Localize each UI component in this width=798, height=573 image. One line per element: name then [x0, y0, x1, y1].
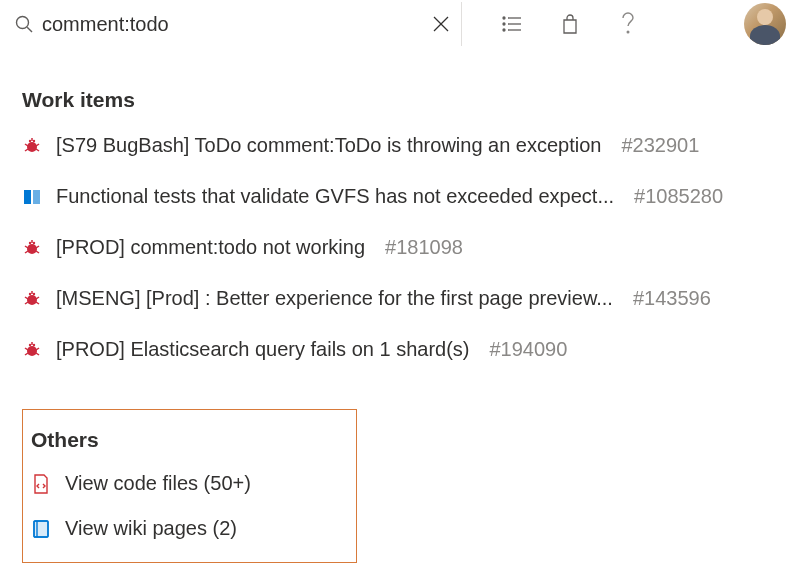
work-item-id: #181098: [385, 236, 463, 259]
work-item-id: #232901: [622, 134, 700, 157]
bug-icon: [22, 238, 42, 258]
svg-line-1: [27, 27, 32, 32]
clear-search-button[interactable]: [421, 4, 461, 44]
svg-line-15: [25, 149, 28, 151]
work-item-row[interactable]: [S79 BugBash] ToDo comment:ToDo is throw…: [22, 134, 776, 157]
svg-point-43: [29, 343, 31, 345]
list-icon[interactable]: [498, 10, 526, 38]
svg-line-32: [36, 297, 39, 299]
work-item-title: [MSENG] [Prod] : Better experience for t…: [56, 287, 613, 310]
others-item-label: View code files (50+): [65, 472, 251, 495]
svg-point-21: [27, 244, 37, 254]
search-results: Work items [S79 BugBash] ToDo comment:To…: [0, 48, 798, 573]
svg-line-34: [36, 302, 39, 304]
others-item-label: View wiki pages (2): [65, 517, 237, 540]
others-list: View code files (50+) View wiki pages (2…: [31, 472, 338, 540]
bug-icon: [22, 289, 42, 309]
svg-point-8: [503, 29, 505, 31]
svg-point-28: [33, 241, 35, 243]
bug-icon: [22, 136, 42, 156]
others-heading: Others: [31, 428, 338, 452]
shopping-bag-icon[interactable]: [556, 10, 584, 38]
svg-line-42: [36, 353, 39, 355]
svg-rect-45: [34, 521, 48, 537]
svg-point-27: [29, 241, 31, 243]
svg-line-39: [25, 348, 28, 350]
search-icon: [12, 12, 36, 36]
svg-line-31: [25, 297, 28, 299]
work-items-list: [S79 BugBash] ToDo comment:ToDo is throw…: [22, 134, 776, 361]
svg-point-18: [33, 139, 35, 141]
work-item-row[interactable]: [PROD] comment:todo not working #181098: [22, 236, 776, 259]
view-wiki-pages-link[interactable]: View wiki pages (2): [31, 517, 338, 540]
work-item-title: [PROD] comment:todo not working: [56, 236, 365, 259]
svg-line-41: [25, 353, 28, 355]
svg-point-6: [503, 23, 505, 25]
svg-line-14: [36, 144, 39, 146]
svg-rect-19: [24, 190, 31, 204]
svg-rect-20: [33, 190, 40, 204]
user-avatar[interactable]: [744, 3, 786, 45]
wiki-icon: [31, 519, 51, 539]
work-item-id: #194090: [490, 338, 568, 361]
svg-point-11: [27, 142, 37, 152]
work-item-title: Functional tests that validate GVFS has …: [56, 185, 614, 208]
toolbar: [498, 10, 642, 38]
svg-line-16: [36, 149, 39, 151]
work-item-title: [S79 BugBash] ToDo comment:ToDo is throw…: [56, 134, 602, 157]
svg-point-37: [27, 346, 37, 356]
svg-line-23: [25, 246, 28, 248]
svg-point-36: [33, 292, 35, 294]
work-item-row[interactable]: Functional tests that validate GVFS has …: [22, 185, 776, 208]
code-file-icon: [31, 474, 51, 494]
work-item-id: #143596: [633, 287, 711, 310]
work-item-row[interactable]: [MSENG] [Prod] : Better experience for t…: [22, 287, 776, 310]
top-bar: [0, 0, 798, 48]
bug-icon: [22, 340, 42, 360]
svg-point-35: [29, 292, 31, 294]
svg-point-10: [627, 31, 629, 33]
help-icon[interactable]: [614, 10, 642, 38]
work-item-row[interactable]: [PROD] Elasticsearch query fails on 1 sh…: [22, 338, 776, 361]
view-code-files-link[interactable]: View code files (50+): [31, 472, 338, 495]
search-box: [4, 2, 462, 46]
work-item-id: #1085280: [634, 185, 723, 208]
search-input[interactable]: [36, 9, 421, 40]
work-items-heading: Work items: [22, 88, 776, 112]
others-section: Others View code files (50+): [22, 409, 357, 563]
svg-line-25: [25, 251, 28, 253]
svg-line-33: [25, 302, 28, 304]
svg-line-24: [36, 246, 39, 248]
work-item-title: [PROD] Elasticsearch query fails on 1 sh…: [56, 338, 470, 361]
svg-line-26: [36, 251, 39, 253]
spec-icon: [22, 187, 42, 207]
svg-point-44: [33, 343, 35, 345]
svg-point-0: [17, 17, 29, 29]
svg-line-40: [36, 348, 39, 350]
svg-point-29: [27, 295, 37, 305]
svg-point-17: [29, 139, 31, 141]
svg-point-4: [503, 17, 505, 19]
svg-line-13: [25, 144, 28, 146]
